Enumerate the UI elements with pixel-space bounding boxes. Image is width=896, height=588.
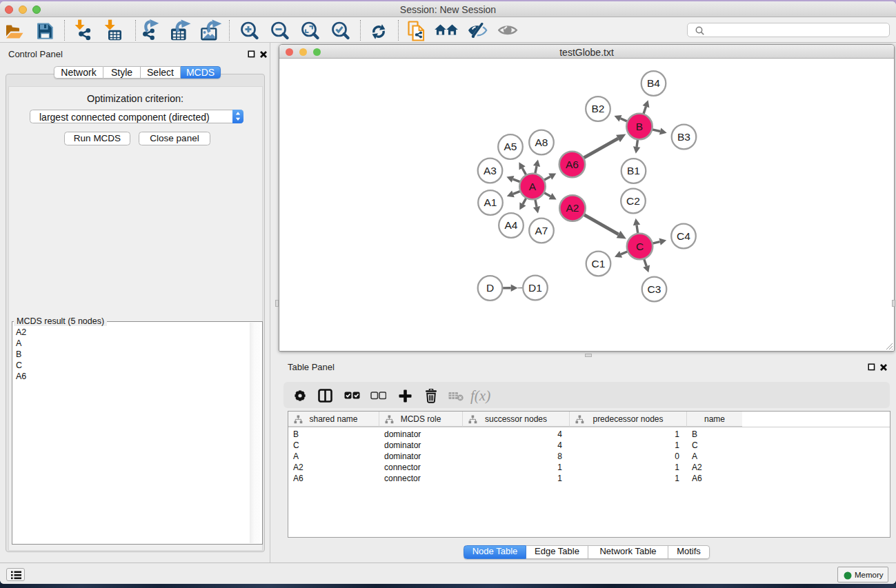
svg-text:C4: C4 bbox=[677, 230, 690, 242]
svg-text:D: D bbox=[486, 282, 494, 294]
svg-text:C3: C3 bbox=[648, 283, 661, 295]
svg-text:A5: A5 bbox=[504, 141, 517, 152]
svg-text:A2: A2 bbox=[566, 202, 579, 214]
svg-text:B1: B1 bbox=[627, 165, 640, 176]
svg-text:B: B bbox=[636, 121, 643, 132]
svg-text:A8: A8 bbox=[535, 136, 548, 148]
svg-text:B3: B3 bbox=[677, 131, 690, 143]
svg-text:A: A bbox=[529, 181, 537, 192]
svg-text:C1: C1 bbox=[592, 258, 606, 270]
svg-text:C: C bbox=[636, 241, 644, 252]
svg-text:A4: A4 bbox=[505, 219, 518, 231]
svg-text:D1: D1 bbox=[528, 282, 542, 294]
svg-text:A1: A1 bbox=[484, 196, 497, 208]
svg-text:A7: A7 bbox=[535, 225, 548, 236]
svg-text:A3: A3 bbox=[484, 165, 497, 176]
svg-text:B2: B2 bbox=[592, 103, 605, 114]
svg-text:C2: C2 bbox=[626, 195, 640, 207]
svg-text:A6: A6 bbox=[566, 159, 579, 170]
svg-text:B4: B4 bbox=[647, 77, 660, 89]
